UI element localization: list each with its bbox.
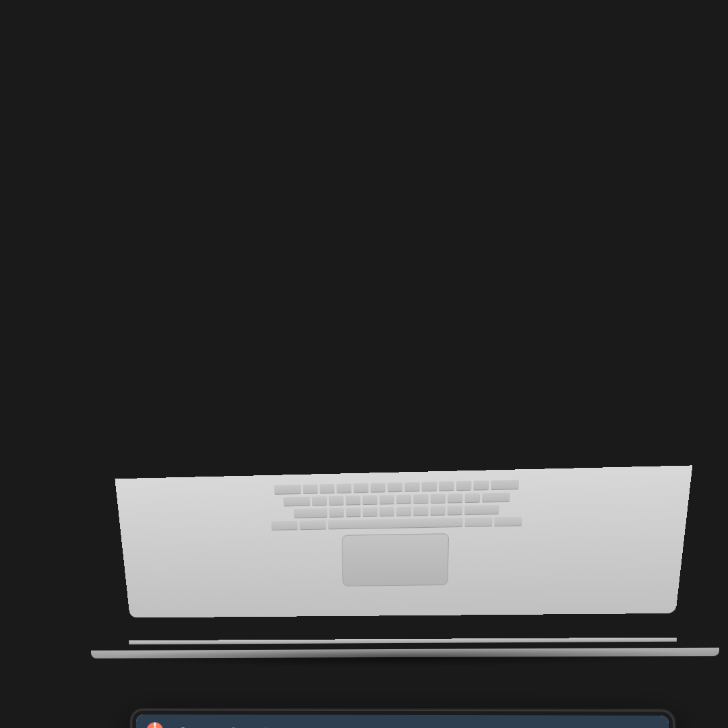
laptop-hinge (129, 638, 677, 645)
key-spacebar (328, 518, 463, 529)
scene: Contacts ▾ Conversations ▾ Marketing ▾ S… (0, 0, 728, 728)
laptop-screen: Contacts ▾ Conversations ▾ Marketing ▾ S… (127, 709, 679, 728)
key (447, 493, 462, 504)
key (413, 506, 428, 516)
key (456, 481, 472, 491)
key (430, 494, 446, 504)
key (404, 482, 419, 492)
key (328, 496, 343, 506)
key (396, 495, 411, 504)
key (422, 482, 437, 492)
laptop-shadow (104, 646, 705, 668)
key (379, 507, 394, 516)
nav-contacts[interactable]: Contacts ▾ (174, 723, 222, 728)
hubspot-logo-icon (146, 722, 163, 728)
key-tab (274, 485, 301, 495)
key (464, 493, 480, 503)
key-enter (481, 493, 510, 503)
keyboard-area (115, 465, 692, 617)
key (362, 495, 377, 505)
trackpad (342, 533, 449, 586)
key-alt-r (464, 517, 492, 527)
key (447, 506, 462, 515)
key (388, 483, 402, 493)
key (303, 484, 317, 493)
key (320, 484, 334, 494)
key (345, 495, 360, 505)
key (371, 483, 386, 493)
nav-marketing[interactable]: Marketing ▾ (294, 723, 346, 728)
key (329, 508, 344, 518)
key-ctrl-r (494, 517, 522, 527)
key (473, 481, 489, 491)
navbar: Contacts ▾ Conversations ▾ Marketing ▾ S… (135, 715, 669, 728)
key (311, 496, 326, 506)
key-alt (299, 520, 326, 530)
key (396, 507, 411, 516)
nav-sales[interactable]: Sales ▾ (349, 723, 388, 728)
key (413, 494, 428, 504)
screen-content: Contacts ▾ Conversations ▾ Marketing ▾ S… (131, 715, 673, 728)
key-caps (283, 497, 310, 507)
svg-rect-2 (154, 723, 156, 727)
key-shift-r (464, 505, 499, 515)
nav-reports[interactable]: Reports ▾ (500, 723, 548, 728)
key-ctrl (271, 521, 298, 530)
nav-automation[interactable]: Automation ▾ (438, 723, 498, 728)
key (362, 508, 377, 517)
key (379, 495, 394, 504)
key (439, 481, 454, 491)
key-backspace (491, 480, 519, 490)
key-shift (293, 508, 327, 518)
keyboard-keys (115, 465, 692, 617)
nav-conversations[interactable]: Conversations ▾ (224, 723, 291, 728)
key (430, 506, 446, 516)
nav-service[interactable]: Service ▾ (390, 723, 435, 728)
key (336, 483, 351, 493)
key (345, 508, 360, 517)
key (353, 483, 368, 493)
